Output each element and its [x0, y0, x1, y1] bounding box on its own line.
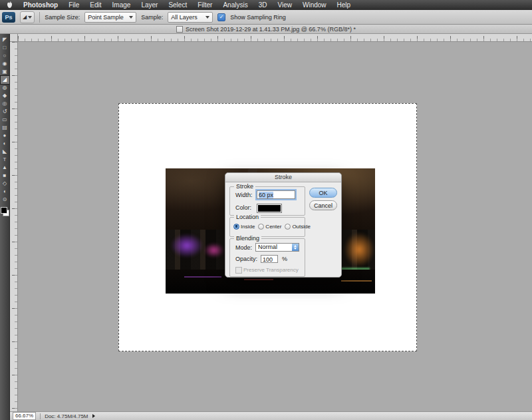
menu-items: PhotoshopFileEditImageLayerSelectFilterA… — [18, 0, 356, 10]
menu-3d[interactable]: 3D — [253, 1, 273, 9]
sample-value: All Layers — [171, 14, 198, 21]
eyedropper-tool[interactable]: ◢ — [1, 76, 9, 84]
menu-file[interactable]: File — [63, 1, 84, 9]
document-size-readout: Doc: 4.75M/4.75M — [45, 413, 88, 419]
healing-brush-tool[interactable]: ◍ — [1, 84, 9, 92]
eraser-tool[interactable]: ▭ — [1, 116, 9, 124]
stroke-dialog: Stroke Stroke Width: 60 px Color: OK Can… — [225, 172, 342, 278]
radio-outside[interactable]: Outside — [285, 224, 311, 230]
dialog-title-bar[interactable]: Stroke — [225, 173, 341, 182]
tool-palette: ◤□○◉▣◢◍◆◎↺▭▤●◐◣T▲■◇◖⊙ — [0, 34, 10, 420]
tool-column: ◤□○◉▣◢◍◆◎↺▭▤●◐◣T▲■◇◖⊙ — [1, 36, 9, 204]
width-input[interactable]: 60 px — [257, 190, 295, 199]
color-swatches[interactable] — [1, 207, 9, 216]
history-brush-tool[interactable]: ↺ — [1, 108, 9, 116]
show-sampling-ring-label: Show Sampling Ring — [230, 14, 286, 21]
color-label: Color: — [235, 204, 251, 211]
water-reflection — [341, 280, 372, 282]
zoom-tool[interactable]: ⊙ — [1, 196, 9, 204]
radio-dot-icon — [258, 224, 264, 230]
menu-layer[interactable]: Layer — [136, 1, 163, 9]
orange-building-glow — [344, 232, 374, 267]
menu-filter[interactable]: Filter — [192, 1, 217, 9]
popup-stepper-icon — [292, 244, 299, 251]
percent-label: % — [282, 256, 287, 262]
horizontal-ruler[interactable] — [18, 34, 532, 42]
lasso-tool[interactable]: ○ — [1, 52, 9, 60]
type-tool[interactable]: T — [1, 156, 9, 164]
opacity-input[interactable]: 100 — [261, 255, 278, 263]
radio-dot-icon — [285, 224, 291, 230]
location-options: InsideCenterOutside — [233, 224, 303, 230]
menu-photoshop[interactable]: Photoshop — [18, 1, 63, 9]
quick-selection-tool[interactable]: ◉ — [1, 60, 9, 68]
eyedropper-tool-preset[interactable]: ◢ — [20, 11, 35, 23]
chevron-down-icon — [129, 16, 133, 19]
menu-select[interactable]: Select — [163, 1, 192, 9]
pen-tool[interactable]: ◣ — [1, 148, 9, 156]
preserve-transparency-label: Preserve Transparency — [243, 267, 299, 273]
show-sampling-ring-checkbox[interactable]: ✓ — [217, 13, 225, 21]
ruler-corner — [10, 34, 18, 42]
menu-image[interactable]: Image — [107, 1, 136, 9]
document-canvas[interactable]: Stroke Stroke Width: 60 px Color: OK Can… — [118, 103, 417, 351]
gradient-tool[interactable]: ▤ — [1, 124, 9, 132]
radio-label: Outside — [292, 224, 311, 230]
radio-label: Inside — [241, 224, 255, 230]
shape-tool[interactable]: ■ — [1, 172, 9, 180]
stroke-group: Stroke Width: 60 px Color: — [229, 186, 305, 216]
apple-menu[interactable] — [3, 1, 18, 9]
blending-group-legend: Blending — [234, 235, 261, 242]
sample-dropdown[interactable]: All Layers — [168, 12, 213, 23]
chevron-down-icon — [28, 16, 32, 19]
ok-button[interactable]: OK — [309, 188, 337, 198]
status-bar: 66.67% Doc: 4.75M/4.75M — [10, 411, 532, 420]
opacity-label: Opacity: — [235, 256, 257, 262]
crop-tool[interactable]: ▣ — [1, 68, 9, 76]
sample-size-label: Sample Size: — [45, 14, 80, 21]
stroke-group-legend: Stroke — [234, 183, 255, 190]
menu-view[interactable]: View — [272, 1, 297, 9]
radio-inside[interactable]: Inside — [233, 224, 255, 230]
document-title: Screen Shot 2019-12-29 at 1.41.33 PM.jpg… — [186, 26, 356, 33]
location-group: Location InsideCenterOutside — [229, 217, 305, 237]
zoom-level-field[interactable]: 66.67% — [13, 412, 36, 420]
canvas-area[interactable]: Stroke Stroke Width: 60 px Color: OK Can… — [18, 42, 532, 411]
radio-center[interactable]: Center — [258, 224, 281, 230]
radio-label: Center — [265, 224, 281, 230]
purple-building-glow — [171, 234, 203, 258]
clone-stamp-tool[interactable]: ◎ — [1, 100, 9, 108]
location-group-legend: Location — [234, 214, 261, 220]
sample-label: Sample: — [141, 14, 163, 21]
foreground-color-swatch[interactable] — [1, 207, 7, 214]
menu-help[interactable]: Help — [332, 1, 356, 9]
water-reflection — [184, 276, 221, 278]
move-tool[interactable]: ◤ — [1, 36, 9, 44]
mode-dropdown[interactable]: Normal — [255, 243, 299, 252]
status-popup-arrow-icon[interactable] — [92, 414, 95, 418]
brush-tool[interactable]: ◆ — [1, 92, 9, 100]
blending-group: Blending Mode: Normal Opacity: 100 % Pre… — [229, 238, 305, 277]
preserve-transparency-checkbox — [235, 267, 242, 274]
vertical-ruler[interactable] — [10, 42, 18, 411]
marquee-tool[interactable]: □ — [1, 44, 9, 52]
cancel-button[interactable]: Cancel — [309, 200, 337, 210]
chevron-down-icon — [205, 16, 209, 19]
dodge-tool[interactable]: ◐ — [1, 140, 9, 148]
hand-tool[interactable]: ◖ — [1, 188, 9, 196]
3d-tool[interactable]: ◇ — [1, 180, 9, 188]
path-selection-tool[interactable]: ▲ — [1, 164, 9, 172]
radio-dot-icon — [233, 224, 239, 230]
stroke-color-swatch[interactable] — [257, 204, 282, 213]
sample-size-dropdown[interactable]: Point Sample — [84, 12, 136, 23]
mode-label: Mode: — [235, 244, 252, 251]
apple-icon — [7, 1, 13, 9]
blur-tool[interactable]: ● — [1, 132, 9, 140]
document-proxy-icon — [176, 26, 183, 33]
document-tab-bar[interactable]: Screen Shot 2019-12-29 at 1.41.33 PM.jpg… — [0, 25, 532, 34]
photoshop-app-icon[interactable]: Ps — [2, 12, 15, 23]
sample-size-value: Point Sample — [88, 14, 124, 21]
menu-analysis[interactable]: Analysis — [217, 1, 253, 9]
menu-window[interactable]: Window — [297, 1, 332, 9]
menu-edit[interactable]: Edit — [84, 1, 106, 9]
